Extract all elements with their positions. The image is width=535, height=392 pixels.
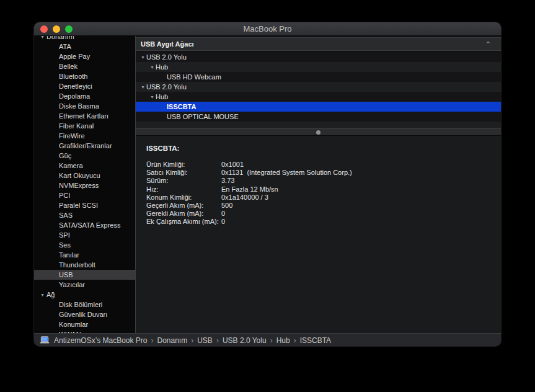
tree-row-hub[interactable]: ▼Hub [136,62,501,72]
sidebar-section-label: Ağ [46,291,55,298]
sidebar-item-sas[interactable]: SAS [34,210,135,220]
sidebar-item-denetleyici[interactable]: Denetleyici [34,81,135,91]
tree-row-hub[interactable]: ▼Hub [136,92,501,102]
tree-row-usb-2-0-yolu[interactable]: ▼USB 2.0 Yolu [136,52,501,62]
detail-field: Konum Kimliği:0x1a140000 / 3 [146,194,501,202]
device-details-pane: ISSCBTA: Ürün Kimliği:0x1001Satıcı Kimli… [136,136,501,333]
sidebar-item-kamera[interactable]: Kamera [34,161,135,171]
pane-splitter[interactable] [136,128,501,136]
breadcrumb-segment[interactable]: ISSCBTA [300,336,331,345]
usb-tree-header[interactable]: USB Aygıt Ağacı ⌃ [136,37,501,51]
detail-field-label: Gerekli Akım (mA): [146,210,221,218]
breadcrumb-segment[interactable]: Donanım [157,336,188,345]
tree-row-label: Hub [156,63,168,71]
sidebar-item-thunderbolt[interactable]: Thunderbolt [34,260,135,270]
breadcrumb-segment[interactable]: USB 2.0 Yolu [223,336,267,345]
window-title: MacBook Pro [34,22,501,36]
detail-field: Sürüm:3.73 [146,177,501,185]
sidebar-item-disk-b-l-mleri[interactable]: Disk Bölümleri [34,300,135,310]
path-bar: AntizemOSx’s MacBook Pro›Donanım›USB›USB… [34,333,501,346]
detail-field-label: Konum Kimliği: [146,194,221,202]
titlebar[interactable]: MacBook Pro [34,22,501,36]
detail-field-value: 3.73 [221,177,234,185]
window-body: ▼DonanımATAApple PayBellekBluetoothDenet… [34,36,501,333]
breadcrumb-segment[interactable]: USB [197,336,213,345]
splitter-grip-icon[interactable] [316,130,321,135]
detail-field-label: Ek Çalışma Akımı (mA): [146,218,221,226]
disclosure-triangle-icon[interactable]: ▼ [141,53,145,63]
sidebar-item-ata[interactable]: ATA [34,42,135,51]
sidebar-item-kart-okuyucu[interactable]: Kart Okuyucu [34,171,135,180]
breadcrumb-segment[interactable]: Hub [276,336,290,345]
zoom-button[interactable] [65,25,73,33]
sidebar-item-usb[interactable]: USB [34,270,135,280]
laptop-icon [40,336,50,344]
detail-field: Ek Çalışma Akımı (mA):0 [146,218,501,226]
sidebar-item-grafikler-ekranlar[interactable]: Grafikler/Ekranlar [34,141,135,151]
detail-field-label: Satıcı Kimliği: [146,169,221,177]
disclosure-triangle-icon[interactable]: ▼ [40,36,45,42]
sidebar-item-fiber-kanal[interactable]: Fiber Kanal [34,121,135,131]
disclosure-triangle-icon[interactable]: ▼ [141,82,145,92]
sidebar-item-sata-sata-express[interactable]: SATA/SATA Express [34,220,135,230]
usb-tree-header-label: USB Aygıt Ağacı [141,40,485,48]
tree-row-usb-optical-mouse[interactable]: USB OPTICAL MOUSE [136,112,501,122]
sidebar-item-depolama[interactable]: Depolama [34,91,135,101]
detail-field-value: 0 [221,218,225,226]
disclosure-triangle-icon[interactable]: ▼ [40,290,45,300]
sidebar-item-spi[interactable]: SPI [34,230,135,240]
sidebar-item-ethernet-kartlar-[interactable]: Ethernet Kartları [34,111,135,121]
tree-row-empty[interactable] [136,122,501,128]
detail-field: Hız:En Fazla 12 Mb/sn [146,185,501,194]
sidebar-item-diske-basma[interactable]: Diske Basma [34,101,135,111]
sidebar-item-pci[interactable]: PCI [34,190,135,200]
sidebar-item-ses[interactable]: Ses [34,240,135,250]
detail-field-label: Ürün Kimliği: [146,161,221,169]
sidebar-item-wwan[interactable]: WWAN [34,329,135,333]
sidebar-item-firewire[interactable]: FireWire [34,131,135,141]
desktop-background: MacBook Pro ▼DonanımATAApple PayBellekBl… [0,0,535,392]
detail-field: Ürün Kimliği:0x1001 [146,161,501,169]
sidebar-item-yaz-c-lar[interactable]: Yazıcılar [34,280,135,290]
detail-field: Gerekli Akım (mA):0 [146,210,501,218]
breadcrumb-separator: › [187,336,197,345]
main-panel: USB Aygıt Ağacı ⌃ ▼USB 2.0 Yolu▼HubUSB H… [136,36,501,333]
tree-row-usb-hd-webcam[interactable]: USB HD Webcam [136,72,501,82]
breadcrumb-separator: › [290,336,300,345]
system-information-window: MacBook Pro ▼DonanımATAApple PayBellekBl… [34,22,501,346]
sidebar-item-bluetooth[interactable]: Bluetooth [34,71,135,81]
usb-device-tree: ▼USB 2.0 Yolu▼HubUSB HD Webcam▼USB 2.0 Y… [136,52,501,128]
breadcrumb-segment[interactable]: AntizemOSx’s MacBook Pro [54,336,148,345]
detail-field: Satıcı Kimliği:0x1131 (Integrated System… [146,169,501,177]
breadcrumb-separator: › [148,336,157,345]
sidebar-item-nvmexpress[interactable]: NVMExpress [34,180,135,190]
detail-field-value: 0x1131 (Integrated System Solution Corp.… [221,169,352,177]
tree-row-usb-2-0-yolu[interactable]: ▼USB 2.0 Yolu [136,82,501,92]
sidebar-section-label: Donanım [46,36,74,40]
tree-row-label: USB HD Webcam [167,73,221,81]
detail-field-value: 0 [221,210,225,218]
category-list: ▼DonanımATAApple PayBellekBluetoothDenet… [34,36,135,333]
tree-row-label: USB 2.0 Yolu [146,83,187,91]
sidebar-section-donanım[interactable]: ▼Donanım [34,36,135,42]
detail-field-value: En Fazla 12 Mb/sn [221,185,278,194]
sidebar-item-tan-lar[interactable]: Tanılar [34,250,135,260]
minimize-button[interactable] [53,25,60,33]
close-button[interactable] [40,25,48,33]
device-details-title: ISSCBTA: [146,145,501,152]
breadcrumb: AntizemOSx’s MacBook Pro›Donanım›USB›USB… [54,334,331,345]
sidebar-section-ağ[interactable]: ▼Ağ [34,290,135,300]
detail-field-label: Hız: [146,185,221,194]
sidebar-item-konumlar[interactable]: Konumlar [34,319,135,329]
sidebar-item-bellek[interactable]: Bellek [34,61,135,71]
collapse-chevron-icon[interactable]: ⌃ [485,40,496,48]
detail-field-value: 500 [221,202,232,210]
breadcrumb-separator: › [267,336,276,345]
tree-row-isscbta[interactable]: ISSCBTA [136,102,501,112]
sidebar-item-g-[interactable]: Güç [34,151,135,161]
sidebar-item-paralel-scsi[interactable]: Paralel SCSI [34,200,135,210]
sidebar-item-g-venlik-duvar-[interactable]: Güvenlik Duvarı [34,310,135,319]
sidebar-item-apple-pay[interactable]: Apple Pay [34,51,135,61]
disclosure-triangle-icon[interactable]: ▼ [150,63,154,73]
disclosure-triangle-icon[interactable]: ▼ [150,92,154,102]
